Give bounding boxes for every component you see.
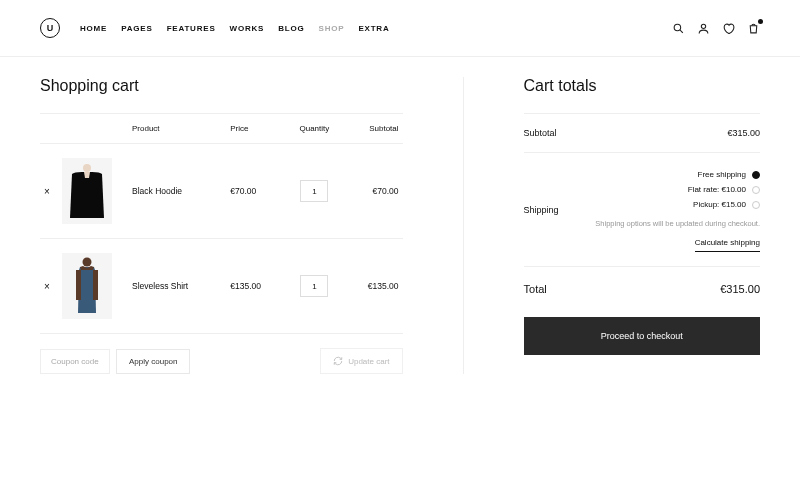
subtotal-label: Subtotal: [524, 128, 557, 138]
svg-point-0: [674, 24, 681, 31]
table-row: × Black Hoodie €70.00 1 €70.00: [40, 144, 403, 239]
total-label: Total: [524, 283, 547, 295]
quantity-stepper[interactable]: 1: [300, 275, 328, 297]
product-name: Sleveless Shirt: [128, 239, 226, 334]
product-thumb[interactable]: [62, 158, 112, 224]
cart-title: Shopping cart: [40, 77, 403, 95]
cart-section: Shopping cart Product Price Quantity Sub…: [40, 77, 463, 374]
svg-line-1: [680, 30, 683, 33]
product-name: Black Hoodie: [128, 144, 226, 239]
col-product: Product: [128, 114, 226, 144]
table-row: × Sleveless Shirt €135.00 1 €135.00: [40, 239, 403, 334]
col-qty: Quantity: [285, 114, 343, 144]
checkout-button[interactable]: Proceed to checkout: [524, 317, 760, 355]
shipping-label: Shipping: [524, 205, 559, 215]
quantity-stepper[interactable]: 1: [300, 180, 328, 202]
radio-icon: [752, 186, 760, 194]
svg-point-6: [83, 258, 92, 267]
main-nav: HOME PAGES FEATURES WORKS BLOG SHOP EXTR…: [80, 24, 390, 33]
product-subtotal: €135.00: [343, 239, 402, 334]
header-actions: [672, 22, 760, 35]
product-thumb[interactable]: [62, 253, 112, 319]
remove-button[interactable]: ×: [44, 186, 50, 197]
refresh-icon: [333, 356, 343, 366]
shipping-row: Shipping Free shipping Flat rate: €10.00…: [524, 152, 760, 266]
product-price: €135.00: [226, 239, 285, 334]
col-subtotal: Subtotal: [343, 114, 402, 144]
site-header: U HOME PAGES FEATURES WORKS BLOG SHOP EX…: [0, 0, 800, 57]
nav-works[interactable]: WORKS: [230, 24, 265, 33]
bag-badge: [758, 19, 763, 24]
nav-features[interactable]: FEATURES: [167, 24, 216, 33]
search-icon[interactable]: [672, 22, 685, 35]
shipping-note: Shipping options will be updated during …: [595, 217, 760, 231]
update-cart-button[interactable]: Update cart: [320, 348, 402, 374]
svg-rect-8: [93, 270, 98, 300]
product-subtotal: €70.00: [343, 144, 402, 239]
shipping-option[interactable]: Pickup: €15.00: [595, 197, 760, 212]
nav-blog[interactable]: BLOG: [278, 24, 304, 33]
coupon-row: Coupon code Apply coupon Update cart: [40, 333, 403, 374]
nav-pages[interactable]: PAGES: [121, 24, 152, 33]
nav-shop[interactable]: SHOP: [319, 24, 345, 33]
subtotal-row: Subtotal €315.00: [524, 113, 760, 152]
product-price: €70.00: [226, 144, 285, 239]
shipping-option[interactable]: Free shipping: [595, 167, 760, 182]
cart-table: Product Price Quantity Subtotal × Black …: [40, 113, 403, 333]
coupon-input[interactable]: Coupon code: [40, 349, 110, 374]
radio-icon: [752, 171, 760, 179]
remove-button[interactable]: ×: [44, 281, 50, 292]
totals-title: Cart totals: [524, 77, 760, 95]
nav-home[interactable]: HOME: [80, 24, 107, 33]
calculate-shipping-link[interactable]: Calculate shipping: [695, 235, 760, 252]
heart-icon[interactable]: [722, 22, 735, 35]
totals-section: Cart totals Subtotal €315.00 Shipping Fr…: [464, 77, 760, 374]
svg-point-2: [701, 24, 705, 28]
logo[interactable]: U: [40, 18, 60, 38]
nav-extra[interactable]: EXTRA: [358, 24, 389, 33]
bag-icon[interactable]: [747, 22, 760, 35]
shipping-option[interactable]: Flat rate: €10.00: [595, 182, 760, 197]
total-value: €315.00: [720, 283, 760, 295]
svg-rect-7: [76, 270, 81, 300]
total-row: Total €315.00: [524, 266, 760, 311]
subtotal-value: €315.00: [727, 128, 760, 138]
svg-point-4: [83, 164, 91, 172]
radio-icon: [752, 201, 760, 209]
user-icon[interactable]: [697, 22, 710, 35]
apply-coupon-button[interactable]: Apply coupon: [116, 349, 190, 374]
col-price: Price: [226, 114, 285, 144]
